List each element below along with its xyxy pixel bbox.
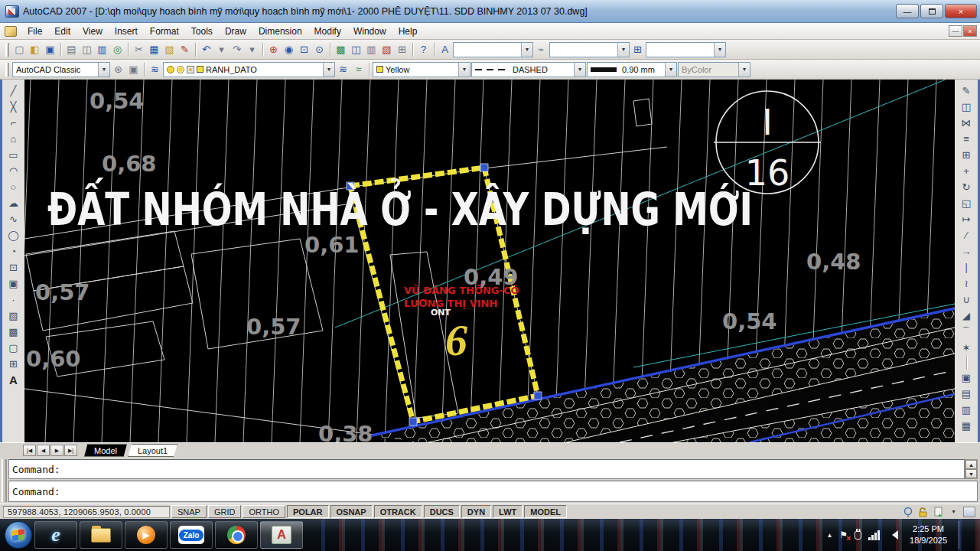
ortho-toggle[interactable]: ORTHO xyxy=(243,505,285,518)
minimize-button[interactable]: — xyxy=(896,4,919,18)
fillet-icon[interactable]: ⌒ xyxy=(959,324,975,340)
color-combo[interactable]: Yellow ▾ xyxy=(373,62,470,77)
otrack-toggle[interactable]: OTRACK xyxy=(374,505,422,518)
tab-model[interactable]: Model xyxy=(84,444,127,457)
markup-set-manager-icon[interactable]: ▧ xyxy=(379,42,394,57)
menu-dimension[interactable]: Dimension xyxy=(252,24,308,39)
polyline-icon[interactable]: ⌐ xyxy=(5,115,21,131)
internet-explorer-button[interactable]: e xyxy=(34,521,77,549)
start-button[interactable] xyxy=(5,521,32,549)
match-properties-icon[interactable]: ✎ xyxy=(177,42,192,57)
line-icon[interactable]: ╱ xyxy=(5,83,21,99)
close-button[interactable]: × xyxy=(945,4,977,18)
tool-palettes-icon[interactable]: ◫ xyxy=(349,42,363,57)
my-workspace-icon[interactable]: ▣ xyxy=(126,62,141,77)
polygon-icon[interactable]: ⌂ xyxy=(5,131,21,147)
cut-icon[interactable]: ✂ xyxy=(132,42,146,57)
layer-thaw-icon[interactable] xyxy=(177,66,184,73)
chevron-down-icon[interactable]: ▾ xyxy=(665,63,676,77)
ducs-toggle[interactable]: DUCS xyxy=(424,505,460,518)
last-tab-button[interactable]: ▶| xyxy=(64,445,77,456)
plot-icon[interactable]: ▤ xyxy=(64,42,79,57)
make-block-icon[interactable]: ▣ xyxy=(5,276,21,292)
redo-icon[interactable]: ↷ xyxy=(230,42,244,57)
restore-button[interactable] xyxy=(920,4,943,18)
undo-icon[interactable]: ↶ xyxy=(199,42,213,57)
point-icon[interactable]: · xyxy=(5,292,21,308)
next-tab-button[interactable]: ▶ xyxy=(50,445,63,456)
chevron-down-icon[interactable]: ▾ xyxy=(574,63,585,77)
properties-palette-icon[interactable]: ▩ xyxy=(334,42,348,57)
first-tab-button[interactable]: |◀ xyxy=(23,445,36,456)
linetype-combo[interactable]: DASHED ▾ xyxy=(471,62,586,77)
stretch-icon[interactable]: ↦ xyxy=(959,211,975,227)
text-style-icon[interactable]: A xyxy=(438,42,452,57)
show-desktop-button[interactable] xyxy=(966,521,972,549)
workspace-settings-icon[interactable]: ⊛ xyxy=(111,62,125,77)
gradient-icon[interactable]: ▩ xyxy=(5,324,21,340)
snap-toggle[interactable]: SNAP xyxy=(171,505,207,518)
table-style-icon[interactable]: ⊞ xyxy=(630,42,645,57)
action-center-icon[interactable]: ⚑ xyxy=(839,530,848,540)
menu-modify[interactable]: Modify xyxy=(308,24,347,39)
chevron-down-icon[interactable]: ▾ xyxy=(617,43,629,57)
menu-help[interactable]: Help xyxy=(392,24,424,39)
dim-style-icon[interactable]: ⌁ xyxy=(534,42,549,57)
copy-object-icon[interactable]: ◫ xyxy=(959,99,975,115)
layer-viewport-icon[interactable] xyxy=(187,66,194,73)
copy-icon[interactable]: ▦ xyxy=(147,42,161,57)
etransmit-icon[interactable]: ◎ xyxy=(110,42,125,57)
trim-icon[interactable]: ∕ xyxy=(959,227,975,243)
menu-insert[interactable]: Insert xyxy=(109,24,144,39)
text-style-combo[interactable]: ▾ xyxy=(453,42,533,57)
clean-screen-button[interactable] xyxy=(963,507,975,517)
arc-icon[interactable]: ◠ xyxy=(5,163,21,179)
layer-previous-icon[interactable]: ≋ xyxy=(336,62,350,77)
menu-edit[interactable]: Edit xyxy=(48,24,77,39)
media-player-button[interactable]: ▶ xyxy=(125,521,168,549)
menu-tools[interactable]: Tools xyxy=(185,24,219,39)
extend-icon[interactable]: → xyxy=(959,243,975,259)
chevron-down-icon[interactable]: ▾ xyxy=(98,63,109,77)
command-input-line[interactable]: Command: xyxy=(8,481,978,502)
prev-tab-button[interactable]: ◀ xyxy=(37,445,50,456)
draworder-back-icon[interactable]: ▤ xyxy=(959,386,975,402)
open-icon[interactable]: ◧ xyxy=(28,42,42,57)
array-icon[interactable]: ⊞ xyxy=(959,147,975,163)
layer-combo[interactable]: RANH_DATO ▾ xyxy=(163,62,335,77)
insert-block-icon[interactable]: ⊡ xyxy=(5,259,21,276)
network-signal-icon[interactable] xyxy=(868,530,881,540)
sheet-set-manager-icon[interactable]: ▥ xyxy=(364,42,379,57)
chevron-down-icon[interactable]: ▾ xyxy=(323,63,334,77)
draworder-above-icon[interactable]: ▥ xyxy=(959,402,975,418)
quickcalc-icon[interactable]: ⊞ xyxy=(395,42,409,57)
associated-standards-icon[interactable] xyxy=(933,506,944,517)
taskbar-clock[interactable]: 2:25 PM 18/9/2025 xyxy=(905,523,952,546)
region-icon[interactable]: ▢ xyxy=(5,340,21,356)
draworder-under-icon[interactable]: ▦ xyxy=(959,418,975,434)
drawing-canvas[interactable]: I 16 VŨ ĐĂNG THỐNG-CÔ LƯƠNG THỊ VINH xyxy=(24,80,955,442)
redo-dropdown-icon[interactable]: ▾ xyxy=(245,42,259,57)
explode-icon[interactable]: ✶ xyxy=(959,340,975,356)
table-style-combo[interactable]: ▾ xyxy=(646,42,726,57)
break-icon[interactable]: ≀ xyxy=(959,276,975,292)
save-icon[interactable]: ▣ xyxy=(43,42,57,57)
command-scrollbar[interactable]: ▲ ▼ xyxy=(965,459,978,479)
scroll-down-icon[interactable]: ▼ xyxy=(965,469,977,478)
scroll-up-icon[interactable]: ▲ xyxy=(965,460,977,469)
join-icon[interactable]: ∪ xyxy=(959,292,975,308)
communication-center-icon[interactable] xyxy=(902,506,913,517)
new-icon[interactable]: ▢ xyxy=(12,42,27,57)
zoom-previous-icon[interactable]: ⊙ xyxy=(312,42,327,57)
command-window-grip[interactable] xyxy=(2,459,7,502)
grid-toggle[interactable]: GRID xyxy=(208,505,242,518)
layer-on-icon[interactable] xyxy=(167,66,174,73)
coordinates-readout[interactable]: 597988.4053, 1209065.9503, 0.0000 xyxy=(3,506,170,518)
menu-view[interactable]: View xyxy=(77,24,109,39)
ellipse-arc-icon[interactable]: ◔ xyxy=(5,243,21,259)
osnap-toggle[interactable]: OSNAP xyxy=(330,505,373,518)
revcloud-icon[interactable]: ☁ xyxy=(5,195,21,211)
zalo-button[interactable]: Zalo xyxy=(170,521,213,549)
dyn-toggle[interactable]: DYN xyxy=(461,505,491,518)
toolbar-grip[interactable] xyxy=(5,63,9,77)
